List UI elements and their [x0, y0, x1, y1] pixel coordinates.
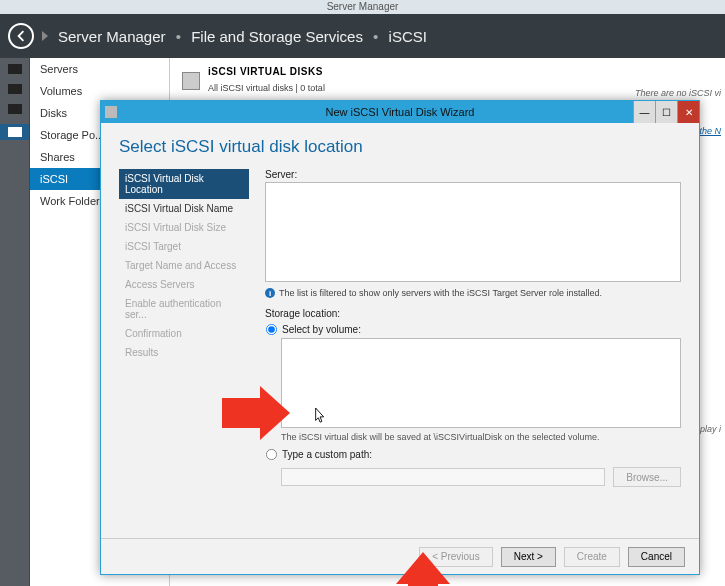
step-target: iSCSI Target	[119, 237, 249, 256]
storage-label: Storage location:	[265, 308, 681, 319]
close-button[interactable]: ✕	[677, 101, 699, 123]
crumb-section[interactable]: File and Storage Services	[191, 28, 363, 45]
step-access: Access Servers	[119, 275, 249, 294]
crumb-root[interactable]: Server Manager	[58, 28, 166, 45]
wizard-title: New iSCSI Virtual Disk Wizard	[326, 106, 475, 118]
rail-icon[interactable]	[8, 64, 22, 74]
server-table[interactable]	[265, 182, 681, 282]
section-subtitle: All iSCSI virtual disks | 0 total	[208, 83, 325, 93]
empty-hint: There are no iSCSI vi	[635, 88, 721, 98]
step-results: Results	[119, 343, 249, 362]
custom-path-input[interactable]	[281, 468, 605, 486]
wizard-heading: Select iSCSI virtual disk location	[119, 137, 681, 157]
maximize-button[interactable]: ☐	[655, 101, 677, 123]
sidebar-item-volumes[interactable]: Volumes	[30, 80, 169, 102]
minimize-button[interactable]: —	[633, 101, 655, 123]
radio-volume-label: Select by volume:	[282, 324, 361, 335]
volume-table[interactable]	[281, 338, 681, 428]
rail-icon[interactable]	[8, 104, 22, 114]
icon-rail	[0, 58, 30, 586]
rail-icon[interactable]	[8, 84, 22, 94]
step-auth: Enable authentication ser...	[119, 294, 249, 324]
step-target-name: Target Name and Access	[119, 256, 249, 275]
window-title: Server Manager	[0, 0, 725, 14]
radio-path-label: Type a custom path:	[282, 449, 372, 460]
header-ribbon: Server Manager • File and Storage Servic…	[0, 14, 725, 58]
step-confirm: Confirmation	[119, 324, 249, 343]
radio-volume[interactable]	[266, 324, 277, 335]
filter-note: The list is filtered to show only server…	[279, 288, 602, 298]
wizard-icon	[105, 106, 117, 118]
step-location[interactable]: iSCSI Virtual Disk Location	[119, 169, 249, 199]
next-button[interactable]: Next >	[501, 547, 556, 567]
save-path-note: The iSCSI virtual disk will be saved at …	[281, 432, 681, 442]
back-button[interactable]	[8, 23, 34, 49]
breadcrumb[interactable]: Server Manager • File and Storage Servic…	[58, 28, 427, 45]
arrow-left-icon	[15, 30, 27, 42]
browse-button[interactable]: Browse...	[613, 467, 681, 487]
option-custom-path[interactable]: Type a custom path:	[265, 448, 681, 461]
step-name[interactable]: iSCSI Virtual Disk Name	[119, 199, 249, 218]
info-icon: i	[265, 288, 275, 298]
rail-icon[interactable]	[8, 127, 22, 137]
wizard-dialog: New iSCSI Virtual Disk Wizard — ☐ ✕ Sele…	[100, 100, 700, 575]
forward-button[interactable]	[42, 31, 48, 41]
option-select-by-volume[interactable]: Select by volume:	[265, 323, 681, 336]
cancel-button[interactable]: Cancel	[628, 547, 685, 567]
wizard-steps: iSCSI Virtual Disk Location iSCSI Virtua…	[119, 169, 249, 528]
server-label: Server:	[265, 169, 681, 180]
crumb-leaf[interactable]: iSCSI	[389, 28, 427, 45]
radio-custom-path[interactable]	[266, 449, 277, 460]
wizard-titlebar[interactable]: New iSCSI Virtual Disk Wizard — ☐ ✕	[101, 101, 699, 123]
iscsi-disk-icon	[182, 72, 200, 90]
section-title: iSCSI VIRTUAL DISKS	[208, 66, 325, 77]
step-size: iSCSI Virtual Disk Size	[119, 218, 249, 237]
create-button[interactable]: Create	[564, 547, 620, 567]
sidebar-item-servers[interactable]: Servers	[30, 58, 169, 80]
